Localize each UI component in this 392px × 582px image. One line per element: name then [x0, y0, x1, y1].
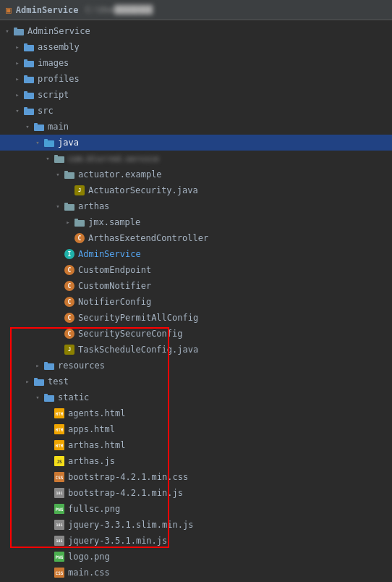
- tree-item-com-package[interactable]: com.blurred.service: [0, 151, 392, 166]
- arrow-jquery-351: [43, 536, 52, 545]
- min-js-icon-bootstrap: 101: [54, 487, 65, 499]
- svg-rect-27: [34, 378, 38, 380]
- arrow-fullsc-png: [43, 505, 52, 513]
- tree-item-bootstrap-js[interactable]: 101 bootstrap-4.2.1.min.js: [0, 485, 392, 501]
- tree-item-jquery-351[interactable]: 101 jquery-3.5.1.min.js: [0, 533, 392, 549]
- min-js-icon-jquery-351: 101: [54, 535, 65, 547]
- tree-item-test[interactable]: test: [0, 374, 392, 389]
- tree-item-securitysecure[interactable]: C SecuritySecureConfig: [0, 326, 392, 342]
- label-notifierconfig: NotifierConfig: [78, 297, 151, 307]
- svg-rect-17: [54, 155, 58, 157]
- tree-item-main-css[interactable]: CSS main.css: [0, 565, 392, 581]
- svg-rect-7: [24, 75, 27, 77]
- arrow-actuatorsecurity: [64, 186, 72, 195]
- svg-rect-15: [44, 139, 48, 141]
- tree-item-jquery-slim[interactable]: 101 jquery-3.3.1.slim.min.js: [0, 517, 392, 533]
- tree-item-bootstrap-css[interactable]: CSS bootstrap-4.2.1.min.css: [0, 469, 392, 485]
- label-src: src: [38, 106, 54, 116]
- arrow-actuator: [54, 170, 62, 179]
- tree-item-images[interactable]: images: [0, 55, 392, 71]
- tree-item-adminservice[interactable]: AdminService: [0, 23, 392, 39]
- css-icon-bootstrap: CSS: [54, 471, 65, 483]
- tree-item-src[interactable]: src: [0, 103, 392, 119]
- arrow-apps-html: [43, 425, 52, 434]
- arrow-taskschedule: [54, 345, 62, 354]
- tree-item-notifierconfig[interactable]: C NotifierConfig: [0, 294, 392, 310]
- label-securitypermit: SecurityPermitAllConfig: [78, 313, 198, 323]
- tree-item-resources[interactable]: resources: [0, 358, 392, 374]
- arrow-static: [33, 393, 42, 402]
- arrow-arthasexetend: [64, 234, 72, 242]
- tree-item-arthasexetend[interactable]: C ArthasExetendController: [0, 230, 392, 246]
- tree-item-java[interactable]: java: [0, 135, 392, 151]
- java-icon-customnotifier: C: [64, 280, 75, 292]
- html-icon-arthas: HTM: [54, 439, 65, 451]
- svg-rect-4: [24, 61, 34, 67]
- tree-item-static[interactable]: static: [0, 389, 392, 405]
- tree-item-agents-html[interactable]: HTM agents.html: [0, 405, 392, 421]
- tree-item-assembly[interactable]: assembly: [0, 39, 392, 55]
- svg-rect-28: [44, 395, 54, 402]
- label-static: static: [58, 392, 89, 402]
- label-script: script: [38, 90, 69, 100]
- folder-icon-script: [23, 89, 35, 101]
- svg-rect-10: [24, 109, 34, 115]
- tree-item-arthas[interactable]: arthas: [0, 198, 392, 214]
- arrow-bootstrap-css: [43, 473, 52, 481]
- tree-item-customendpoint[interactable]: C CustomEndpoint: [0, 262, 392, 278]
- tree-item-customnotifier[interactable]: C CustomNotifier: [0, 278, 392, 294]
- css-icon-main: CSS: [54, 567, 65, 578]
- folder-icon-static: [43, 392, 55, 403]
- label-adminservice-class: AdminService: [78, 249, 141, 259]
- arrow-main: [23, 122, 32, 131]
- label-resources: resources: [58, 360, 105, 371]
- project-folder-icon: [13, 25, 25, 37]
- svg-rect-20: [64, 204, 74, 211]
- svg-rect-19: [64, 171, 68, 173]
- tree-item-fullsc-png[interactable]: PNG fullsc.png: [0, 501, 392, 517]
- svg-rect-21: [64, 203, 68, 205]
- arrow-securitysecure: [54, 329, 62, 338]
- tree-item-apps-html[interactable]: HTM apps.html: [0, 421, 392, 437]
- tree-item-actuatorsecurity[interactable]: J ActuatorSecurity.java: [0, 182, 392, 198]
- arrow-jmx: [64, 218, 72, 227]
- arrow-src: [13, 106, 22, 115]
- folder-icon-java: [43, 137, 55, 148]
- svg-rect-1: [14, 28, 17, 30]
- tree-item-securitypermit[interactable]: C SecurityPermitAllConfig: [0, 310, 392, 326]
- label-jmx: jmx.sample: [88, 217, 140, 227]
- tree-item-profiles[interactable]: profiles: [0, 71, 392, 87]
- tree-item-main[interactable]: main: [0, 119, 392, 135]
- tree-item-adminservice-class[interactable]: I AdminService: [0, 246, 392, 262]
- java-icon-taskschedule: J: [64, 344, 75, 355]
- tree-item-actuator[interactable]: actuator.example: [0, 166, 392, 182]
- svg-rect-3: [24, 43, 27, 46]
- arrow-jquery-slim: [43, 520, 52, 529]
- label-arthas-js: arthas.js: [68, 456, 115, 466]
- svg-rect-0: [14, 29, 24, 35]
- java-icon-securitysecure: C: [64, 328, 75, 340]
- label-adminservice: AdminService: [27, 26, 90, 36]
- label-customendpoint: CustomEndpoint: [78, 265, 151, 275]
- arrow-profiles: [13, 75, 22, 83]
- arrow-logo-png: [43, 552, 52, 561]
- java-icon-notifierconfig: C: [64, 296, 75, 308]
- tree-item-script[interactable]: script: [0, 87, 392, 103]
- tree-item-logo-png[interactable]: PNG logo.png: [0, 549, 392, 565]
- arrow-arthas: [54, 202, 62, 211]
- arrow-bootstrap-js: [43, 489, 52, 497]
- tree-item-jmx[interactable]: jmx.sample: [0, 214, 392, 230]
- java-icon-actuatorsecurity: J: [74, 185, 85, 196]
- label-assembly: assembly: [38, 42, 80, 52]
- tree-item-arthas-js[interactable]: JS arthas.js: [0, 453, 392, 469]
- folder-icon-images: [23, 57, 35, 69]
- arrow-agents-html: [43, 409, 52, 418]
- tree-item-taskschedule[interactable]: J TaskScheduleConfig.java: [0, 342, 392, 358]
- java-icon-arthasexetend: C: [74, 232, 85, 244]
- svg-rect-22: [74, 220, 85, 227]
- arrow-securitypermit: [54, 313, 62, 322]
- tree-item-arthas-html[interactable]: HTM arthas.html: [0, 437, 392, 453]
- svg-rect-8: [24, 93, 34, 99]
- folder-icon-test: [33, 376, 45, 387]
- js-icon-arthas: JS: [54, 455, 65, 467]
